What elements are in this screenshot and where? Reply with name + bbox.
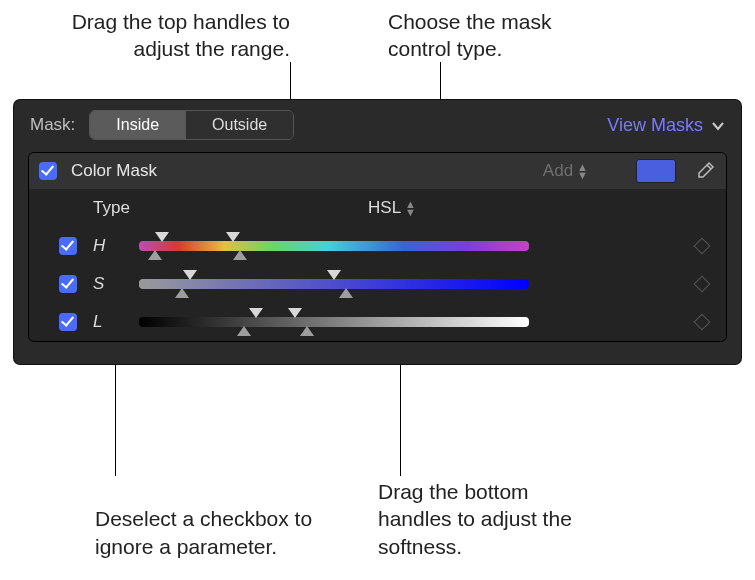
- l-checkbox[interactable]: [59, 313, 77, 331]
- color-mask-checkbox[interactable]: [39, 162, 57, 180]
- param-row-l: L: [29, 303, 726, 341]
- callout-top-left: Drag the top handles to adjust the range…: [70, 8, 290, 63]
- h-softness-handle-start[interactable]: [148, 250, 162, 260]
- type-label: Type: [89, 198, 153, 218]
- color-mask-title: Color Mask: [71, 161, 157, 181]
- h-checkbox[interactable]: [59, 237, 77, 255]
- l-range-handle-start[interactable]: [249, 308, 263, 318]
- s-keyframe-diamond[interactable]: [694, 276, 711, 293]
- eyedropper-icon[interactable]: [694, 160, 716, 182]
- view-masks-label: View Masks: [607, 115, 703, 136]
- add-mask-dropdown[interactable]: Add ▲▼: [543, 161, 588, 181]
- mask-inside-button[interactable]: Inside: [90, 111, 185, 139]
- callout-bottom-left: Deselect a checkbox to ignore a paramete…: [95, 505, 315, 560]
- h-slider[interactable]: [139, 241, 529, 251]
- l-label: L: [93, 312, 117, 332]
- s-label: S: [93, 274, 117, 294]
- add-label: Add: [543, 161, 573, 181]
- l-softness-handle-start[interactable]: [237, 326, 251, 336]
- h-range-handle-end[interactable]: [226, 232, 240, 242]
- callout-top-right: Choose the mask control type.: [388, 8, 608, 63]
- l-range-handle-end[interactable]: [288, 308, 302, 318]
- s-softness-handle-end[interactable]: [339, 288, 353, 298]
- stepper-icon: ▲▼: [405, 200, 416, 216]
- h-softness-handle-end[interactable]: [233, 250, 247, 260]
- type-dropdown[interactable]: HSL ▲▼: [368, 198, 416, 218]
- view-masks-dropdown[interactable]: View Masks: [607, 115, 725, 136]
- color-mask-panel: Mask: Inside Outside View Masks Color Ma…: [14, 100, 741, 364]
- h-keyframe-diamond[interactable]: [694, 238, 711, 255]
- chevron-down-icon: [711, 115, 725, 136]
- s-softness-handle-start[interactable]: [175, 288, 189, 298]
- mask-outside-button[interactable]: Outside: [185, 111, 293, 139]
- callout-bottom-right: Drag the bottom handles to adjust the so…: [378, 478, 578, 560]
- s-slider[interactable]: [139, 279, 529, 289]
- color-swatch[interactable]: [636, 159, 676, 183]
- type-value-text: HSL: [368, 198, 401, 218]
- type-row: Type HSL ▲▼: [29, 189, 726, 227]
- color-mask-group: Color Mask Add ▲▼ Type HSL ▲▼: [28, 152, 727, 342]
- l-softness-handle-end[interactable]: [300, 326, 314, 336]
- h-range-handle-start[interactable]: [155, 232, 169, 242]
- param-row-h: H: [29, 227, 726, 265]
- color-mask-header: Color Mask Add ▲▼: [29, 153, 726, 189]
- mask-mode-segmented[interactable]: Inside Outside: [89, 110, 294, 140]
- stepper-icon: ▲▼: [577, 163, 588, 179]
- mask-label: Mask:: [30, 115, 75, 135]
- s-range-handle-end[interactable]: [327, 270, 341, 280]
- s-checkbox[interactable]: [59, 275, 77, 293]
- panel-header: Mask: Inside Outside View Masks: [14, 100, 741, 150]
- l-slider[interactable]: [139, 317, 529, 327]
- param-row-s: S: [29, 265, 726, 303]
- l-keyframe-diamond[interactable]: [694, 314, 711, 331]
- h-label: H: [93, 236, 117, 256]
- s-range-handle-start[interactable]: [183, 270, 197, 280]
